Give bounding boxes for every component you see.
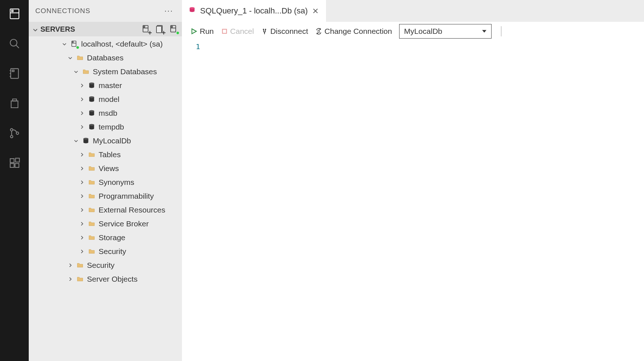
activity-connections-icon[interactable]: [7, 7, 22, 21]
tree-folder-service-broker[interactable]: Service Broker: [29, 217, 182, 231]
svg-rect-16: [15, 158, 19, 162]
tree-folder-server-security[interactable]: Security: [29, 258, 182, 272]
tree-folder-server-objects[interactable]: Server Objects: [29, 272, 182, 286]
chevron-right-icon[interactable]: [79, 207, 85, 213]
folder-icon: [88, 192, 96, 200]
cancel-label: Cancel: [230, 27, 254, 36]
active-connections-icon[interactable]: [170, 25, 178, 33]
chevron-right-icon[interactable]: [79, 166, 85, 171]
svg-rect-2: [12, 10, 13, 12]
chevron-down-icon[interactable]: [73, 69, 79, 75]
chevron-right-icon[interactable]: [79, 221, 85, 227]
editor-line-1[interactable]: [204, 42, 644, 52]
tree-db-master[interactable]: master: [29, 79, 182, 92]
tab-label: SQLQuery_1 - localh...Db (sa): [200, 6, 308, 16]
folder-icon: [88, 247, 96, 255]
svg-rect-47: [222, 29, 226, 33]
editor-tab-sqlquery1[interactable]: SQLQuery_1 - localh...Db (sa): [182, 0, 326, 22]
change-connection-button[interactable]: Change Connection: [315, 27, 392, 36]
folder-icon: [88, 234, 96, 242]
chevron-down-icon[interactable]: [73, 138, 79, 144]
folder-icon: [88, 164, 96, 172]
chevron-right-icon[interactable]: [79, 179, 85, 185]
tree-folder-storage[interactable]: Storage: [29, 231, 182, 245]
disconnect-button[interactable]: Disconnect: [261, 27, 308, 36]
new-connection-icon[interactable]: [142, 25, 151, 33]
chevron-right-icon[interactable]: [79, 83, 85, 88]
database-icon: [88, 109, 96, 117]
svg-point-33: [89, 83, 94, 84]
servers-section-header[interactable]: SERVERS: [29, 22, 182, 36]
tree-databases-folder[interactable]: Databases: [29, 51, 182, 65]
activity-extensions-icon[interactable]: [7, 156, 22, 170]
tree-node-label: External Resources: [99, 206, 165, 214]
editor-tabs-bar: SQLQuery_1 - localh...Db (sa): [182, 0, 644, 22]
svg-rect-19: [144, 26, 145, 27]
tree-node-label: model: [99, 95, 119, 104]
chevron-down-icon[interactable]: [67, 55, 73, 61]
chevron-right-icon[interactable]: [79, 249, 85, 254]
svg-point-11: [10, 135, 13, 138]
tree-folder-synonyms[interactable]: Synonyms: [29, 175, 182, 189]
tree-folder-programmability[interactable]: Programmability: [29, 189, 182, 203]
tree-db-tempdb[interactable]: tempdb: [29, 120, 182, 134]
tree-system-databases-folder[interactable]: System Databases: [29, 65, 182, 79]
activity-bar: [0, 0, 29, 361]
database-select-value: MyLocalDb: [404, 27, 442, 36]
tree-node-label: Security: [87, 261, 115, 270]
svg-rect-9: [12, 70, 14, 72]
tree-node-label: Server Objects: [87, 275, 138, 283]
close-icon[interactable]: [312, 8, 319, 14]
folder-icon: [76, 275, 84, 283]
folder-icon: [88, 220, 96, 228]
chevron-right-icon[interactable]: [79, 110, 85, 116]
new-group-icon[interactable]: [156, 25, 164, 33]
tree-folder-db-security[interactable]: Security: [29, 245, 182, 258]
tree-db-mylocaldb[interactable]: MyLocalDb: [29, 134, 182, 148]
tree-folder-tables[interactable]: Tables: [29, 148, 182, 162]
svg-marker-52: [482, 30, 487, 33]
chevron-right-icon[interactable]: [67, 276, 73, 282]
panel-more-icon[interactable]: ···: [164, 6, 175, 16]
activity-source-control-icon[interactable]: [7, 126, 22, 140]
folder-icon: [76, 54, 84, 62]
svg-point-35: [89, 96, 94, 98]
svg-rect-28: [171, 26, 172, 27]
activity-explorer-icon[interactable]: [7, 96, 22, 111]
chevron-right-icon[interactable]: [79, 152, 85, 158]
svg-rect-15: [15, 163, 19, 167]
tree-node-label: Databases: [87, 53, 123, 62]
database-select[interactable]: MyLocalDb: [399, 24, 492, 39]
chevron-right-icon[interactable]: [79, 124, 85, 130]
code-editor[interactable]: 1: [182, 41, 644, 361]
database-icon: [88, 82, 96, 90]
panel-title: CONNECTIONS: [35, 7, 90, 15]
query-toolbar: Run Cancel Disconnect Change Connection …: [182, 22, 644, 41]
tree-node-label: msdb: [99, 109, 117, 118]
activity-search-icon[interactable]: [7, 36, 22, 51]
tree-folder-external-resources[interactable]: External Resources: [29, 203, 182, 217]
svg-rect-13: [10, 159, 14, 163]
chevron-right-icon[interactable]: [79, 235, 85, 241]
svg-point-43: [190, 7, 194, 9]
disconnect-label: Disconnect: [270, 27, 308, 36]
tree-folder-views[interactable]: Views: [29, 162, 182, 175]
run-button[interactable]: Run: [191, 27, 214, 36]
chevron-down-icon[interactable]: [61, 41, 67, 47]
tree-db-model[interactable]: model: [29, 92, 182, 106]
servers-label: SERVERS: [40, 25, 140, 33]
caret-down-icon: [482, 27, 487, 36]
activity-notebooks-icon[interactable]: [7, 66, 22, 81]
chevron-right-icon[interactable]: [79, 193, 85, 199]
svg-rect-31: [72, 41, 73, 43]
database-icon: [82, 137, 90, 145]
tree-node-label: Service Broker: [99, 219, 149, 228]
tree-db-msdb[interactable]: msdb: [29, 106, 182, 120]
code-body[interactable]: [204, 41, 644, 361]
svg-point-37: [89, 110, 94, 112]
chevron-right-icon[interactable]: [67, 262, 73, 268]
tree-server-node[interactable]: localhost, <default> (sa): [29, 37, 182, 51]
chevron-right-icon[interactable]: [79, 96, 85, 102]
folder-icon: [88, 206, 96, 214]
tree-node-label: tempdb: [99, 123, 124, 131]
